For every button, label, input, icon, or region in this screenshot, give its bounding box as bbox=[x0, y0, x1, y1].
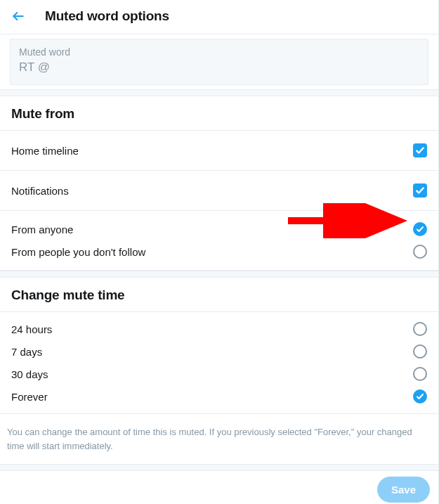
notifications-checkbox[interactable] bbox=[413, 183, 427, 198]
header: Muted word options bbox=[0, 0, 438, 34]
from-not-follow-label: From people you don't follow bbox=[11, 246, 145, 258]
row-notifications[interactable]: Notifications bbox=[0, 171, 438, 211]
back-arrow-icon[interactable] bbox=[11, 9, 25, 23]
info-text: You can change the amount of time this i… bbox=[0, 414, 438, 464]
divider bbox=[0, 271, 438, 278]
row-7-days[interactable]: 7 days bbox=[0, 340, 438, 363]
row-30-days[interactable]: 30 days bbox=[0, 363, 438, 385]
d7-label: 7 days bbox=[11, 346, 42, 358]
home-timeline-label: Home timeline bbox=[11, 145, 79, 157]
footer: Save bbox=[0, 471, 438, 504]
forever-label: Forever bbox=[11, 391, 48, 403]
from-not-follow-radio[interactable] bbox=[413, 245, 427, 259]
scope-radio-group: From anyone From people you don't follow bbox=[0, 211, 438, 271]
save-button[interactable]: Save bbox=[377, 477, 430, 503]
h24-radio[interactable] bbox=[413, 322, 427, 336]
h24-label: 24 hours bbox=[11, 323, 52, 335]
divider bbox=[0, 464, 438, 471]
forever-radio[interactable] bbox=[413, 389, 427, 403]
change-time-title: Change mute time bbox=[0, 278, 438, 312]
from-anyone-label: From anyone bbox=[11, 224, 73, 235]
from-anyone-radio[interactable] bbox=[413, 222, 427, 236]
row-home-timeline[interactable]: Home timeline bbox=[0, 131, 438, 171]
input-value: RT @ bbox=[19, 60, 419, 75]
home-timeline-checkbox[interactable] bbox=[413, 143, 427, 157]
d30-label: 30 days bbox=[11, 368, 48, 380]
d7-radio[interactable] bbox=[413, 344, 427, 358]
row-from-not-follow[interactable]: From people you don't follow bbox=[0, 240, 438, 263]
d30-radio[interactable] bbox=[413, 367, 427, 381]
row-from-anyone[interactable]: From anyone bbox=[0, 218, 438, 240]
muted-word-input[interactable]: Muted word RT @ bbox=[10, 39, 428, 85]
input-label: Muted word bbox=[19, 46, 419, 58]
time-radio-group: 24 hours 7 days 30 days Forever bbox=[0, 312, 438, 414]
divider bbox=[0, 89, 438, 96]
row-24-hours[interactable]: 24 hours bbox=[0, 318, 438, 340]
row-forever[interactable]: Forever bbox=[0, 385, 438, 408]
page-title: Muted word options bbox=[45, 8, 169, 24]
notifications-label: Notifications bbox=[11, 185, 69, 197]
mute-from-title: Mute from bbox=[0, 96, 438, 131]
